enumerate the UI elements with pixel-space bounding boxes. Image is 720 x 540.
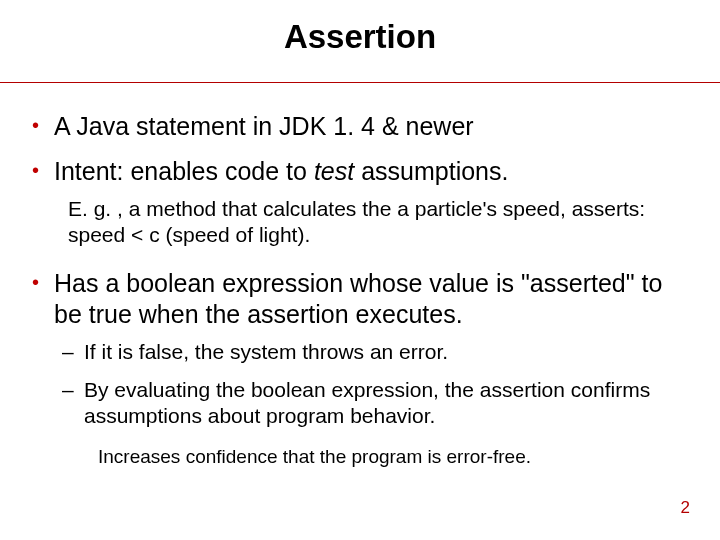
dash-text: By evaluating the boolean expression, th… [84, 377, 692, 430]
dash-icon: – [62, 339, 84, 365]
deep-sub-text: Increases confidence that the program is… [32, 441, 692, 469]
list-item: • A Java statement in JDK 1. 4 & newer [32, 111, 692, 142]
title-divider [0, 82, 720, 83]
slide: Assertion • A Java statement in JDK 1. 4… [0, 0, 720, 540]
bullet-text: Intent: enables code to test assumptions… [54, 156, 508, 187]
sub-example-text: E. g. , a method that calculates the a p… [32, 188, 692, 255]
slide-title: Assertion [28, 18, 692, 82]
list-item: – If it is false, the system throws an e… [62, 339, 692, 365]
dash-list: – If it is false, the system throws an e… [32, 339, 692, 430]
list-item: • Has a boolean expression whose value i… [32, 268, 692, 469]
bullet-icon: • [32, 156, 54, 184]
bullet-text: A Java statement in JDK 1. 4 & newer [54, 111, 474, 142]
dash-icon: – [62, 377, 84, 430]
list-item: • Intent: enables code to test assumptio… [32, 156, 692, 254]
bullet-icon: • [32, 268, 54, 296]
list-item: – By evaluating the boolean expression, … [62, 377, 692, 430]
bullet-icon: • [32, 111, 54, 139]
bullet-list: • A Java statement in JDK 1. 4 & newer •… [28, 111, 692, 469]
bullet-text: Has a boolean expression whose value is … [54, 268, 692, 331]
page-number: 2 [681, 498, 690, 518]
dash-text: If it is false, the system throws an err… [84, 339, 448, 365]
